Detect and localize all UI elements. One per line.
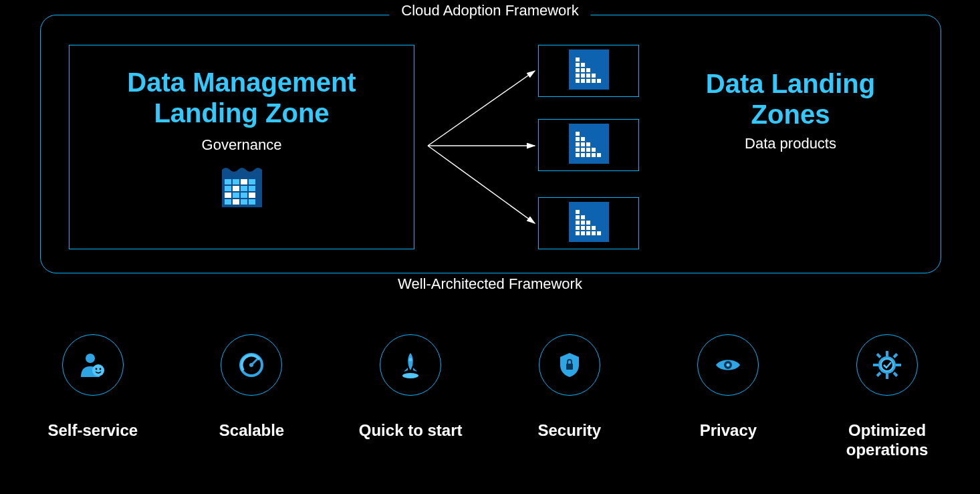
data-landing-title-line1: Data Landing [706,69,875,98]
svg-rect-39 [586,142,590,146]
svg-rect-78 [886,351,888,356]
svg-rect-20 [581,63,585,67]
feature-self-service: Self-service [19,334,166,460]
svg-rect-32 [597,79,601,83]
svg-rect-58 [586,226,590,230]
svg-rect-43 [592,148,596,152]
svg-rect-1 [225,179,231,184]
svg-rect-11 [249,199,255,205]
svg-rect-85 [893,372,898,377]
svg-rect-64 [597,231,601,235]
svg-rect-47 [592,153,596,157]
svg-rect-30 [586,79,590,83]
svg-rect-52 [581,215,585,219]
eye-icon [697,334,759,396]
svg-rect-34 [576,132,580,136]
svg-rect-53 [576,221,580,225]
svg-rect-63 [592,231,596,235]
svg-rect-45 [581,153,585,157]
svg-rect-79 [886,374,888,379]
svg-point-73 [402,373,418,378]
framework-top-label: Cloud Adoption Framework [389,2,590,19]
svg-rect-24 [576,74,580,78]
svg-rect-62 [586,231,590,235]
svg-point-76 [727,364,730,367]
svg-rect-8 [241,193,247,198]
svg-rect-19 [576,63,580,67]
svg-rect-23 [586,68,590,72]
svg-rect-60 [576,231,580,235]
data-landing-subtitle: Data products [658,135,923,152]
svg-point-66 [92,364,104,376]
gauge-icon [221,334,282,396]
svg-point-68 [99,368,101,370]
svg-rect-37 [576,142,580,146]
svg-rect-61 [581,231,585,235]
svg-rect-10 [241,199,247,205]
svg-rect-14 [225,193,231,198]
svg-line-71 [251,359,257,365]
features-row: Self-service Scalable Quick to start [0,334,980,460]
svg-rect-3 [249,179,255,184]
data-landing-title-line2: Zones [751,100,830,129]
svg-rect-12 [241,179,247,184]
svg-point-67 [95,368,97,370]
shield-lock-icon [539,334,600,396]
svg-rect-81 [896,364,901,366]
svg-rect-55 [586,221,590,225]
staircase-icon [569,124,609,166]
data-management-subtitle: Governance [202,136,282,154]
svg-rect-84 [876,372,882,377]
svg-rect-74 [566,364,573,370]
svg-rect-26 [586,74,590,78]
staircase-icon [569,202,609,245]
feature-label: Optimized operations [814,421,961,460]
data-management-title: Data Management Landing Zone [127,67,356,128]
svg-rect-28 [576,79,580,83]
svg-rect-22 [581,68,585,72]
feature-privacy: Privacy [654,334,802,460]
svg-rect-27 [592,74,596,78]
svg-point-65 [86,354,95,363]
svg-rect-5 [241,186,247,191]
svg-rect-44 [576,153,580,157]
feature-label: Privacy [700,421,757,441]
self-service-icon [62,334,124,396]
feature-label: Self-service [47,421,138,441]
svg-rect-2 [233,179,239,184]
svg-rect-7 [233,193,239,198]
svg-rect-40 [576,148,580,152]
svg-rect-48 [597,153,601,157]
svg-rect-42 [586,148,590,152]
svg-rect-83 [893,353,898,358]
rocket-icon [380,334,441,396]
feature-label: Security [537,421,601,441]
svg-rect-9 [225,199,231,205]
landing-zone-box-1 [538,45,639,97]
svg-rect-16 [233,199,239,205]
svg-rect-35 [576,137,580,141]
landing-zone-box-3 [538,197,639,249]
data-management-title-line2: Landing Zone [154,98,329,128]
data-lake-icon [218,163,266,214]
data-landing-zones-block: Data Landing Zones Data products [658,68,923,152]
svg-rect-18 [576,57,580,61]
svg-rect-46 [586,153,590,157]
data-landing-title: Data Landing Zones [658,68,923,130]
framework-bottom-label: Well-Architected Framework [386,275,594,293]
svg-rect-13 [233,186,239,191]
data-management-landing-zone-panel: Data Management Landing Zone Governance [69,45,414,249]
svg-rect-59 [592,226,596,230]
svg-rect-21 [576,68,580,72]
svg-rect-51 [576,215,580,219]
svg-rect-31 [592,79,596,83]
svg-rect-29 [581,79,585,83]
svg-rect-41 [581,148,585,152]
feature-scalable: Scalable [178,334,325,460]
landing-zone-box-2 [538,119,639,171]
staircase-icon [569,49,609,92]
svg-rect-36 [581,137,585,141]
svg-rect-57 [581,226,585,230]
feature-label: Scalable [219,421,284,441]
svg-rect-82 [876,353,882,358]
